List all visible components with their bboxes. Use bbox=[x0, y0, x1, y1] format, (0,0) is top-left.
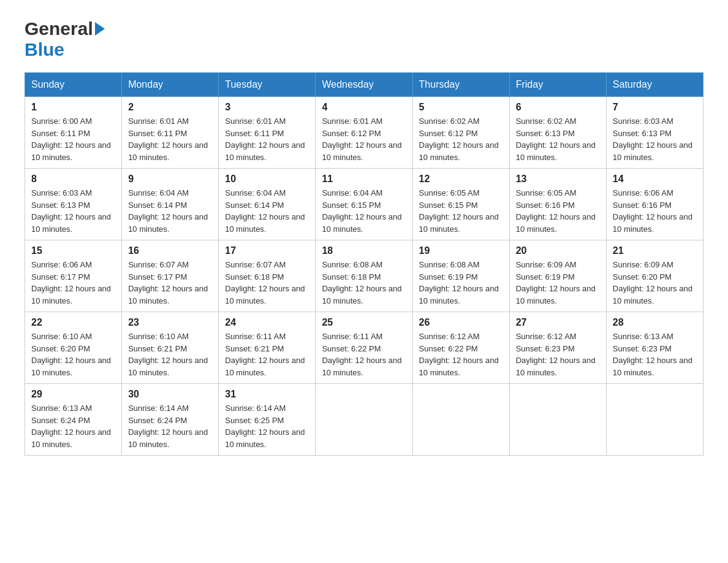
calendar-cell: 3 Sunrise: 6:01 AMSunset: 6:11 PMDayligh… bbox=[219, 97, 316, 169]
day-number: 3 bbox=[225, 102, 309, 113]
calendar-cell: 23 Sunrise: 6:10 AMSunset: 6:21 PMDaylig… bbox=[122, 312, 219, 384]
day-number: 27 bbox=[516, 317, 600, 328]
day-info: Sunrise: 6:10 AMSunset: 6:20 PMDaylight:… bbox=[31, 332, 111, 377]
day-number: 21 bbox=[613, 245, 697, 256]
column-header-tuesday: Tuesday bbox=[219, 73, 316, 97]
day-number: 25 bbox=[322, 317, 406, 328]
calendar-table: SundayMondayTuesdayWednesdayThursdayFrid… bbox=[25, 72, 703, 456]
day-info: Sunrise: 6:01 AMSunset: 6:12 PMDaylight:… bbox=[322, 117, 401, 162]
calendar-cell: 13 Sunrise: 6:05 AMSunset: 6:16 PMDaylig… bbox=[509, 169, 606, 240]
day-info: Sunrise: 6:14 AMSunset: 6:25 PMDaylight:… bbox=[225, 404, 305, 449]
calendar-cell: 22 Sunrise: 6:10 AMSunset: 6:20 PMDaylig… bbox=[25, 312, 122, 384]
calendar-cell: 6 Sunrise: 6:02 AMSunset: 6:13 PMDayligh… bbox=[509, 97, 606, 169]
calendar-header-row: SundayMondayTuesdayWednesdayThursdayFrid… bbox=[25, 73, 703, 97]
day-number: 2 bbox=[128, 102, 212, 113]
calendar-cell: 12 Sunrise: 6:05 AMSunset: 6:15 PMDaylig… bbox=[412, 169, 509, 240]
day-info: Sunrise: 6:08 AMSunset: 6:19 PMDaylight:… bbox=[419, 260, 499, 305]
calendar-cell: 18 Sunrise: 6:08 AMSunset: 6:18 PMDaylig… bbox=[316, 240, 412, 312]
day-number: 8 bbox=[31, 174, 115, 185]
day-number: 13 bbox=[516, 174, 600, 185]
day-number: 9 bbox=[128, 174, 212, 185]
calendar-cell: 9 Sunrise: 6:04 AMSunset: 6:14 PMDayligh… bbox=[122, 169, 219, 240]
calendar-cell: 19 Sunrise: 6:08 AMSunset: 6:19 PMDaylig… bbox=[412, 240, 509, 312]
day-info: Sunrise: 6:06 AMSunset: 6:16 PMDaylight:… bbox=[613, 188, 692, 234]
day-info: Sunrise: 6:05 AMSunset: 6:16 PMDaylight:… bbox=[516, 188, 596, 234]
calendar-cell: 5 Sunrise: 6:02 AMSunset: 6:12 PMDayligh… bbox=[412, 97, 509, 169]
day-number: 23 bbox=[128, 317, 212, 328]
day-number: 15 bbox=[31, 245, 115, 256]
day-info: Sunrise: 6:04 AMSunset: 6:15 PMDaylight:… bbox=[322, 188, 401, 234]
calendar-week-row: 29 Sunrise: 6:13 AMSunset: 6:24 PMDaylig… bbox=[25, 384, 703, 456]
day-info: Sunrise: 6:05 AMSunset: 6:15 PMDaylight:… bbox=[419, 188, 499, 234]
day-number: 16 bbox=[128, 245, 212, 256]
calendar-cell: 17 Sunrise: 6:07 AMSunset: 6:18 PMDaylig… bbox=[219, 240, 316, 312]
calendar-cell: 24 Sunrise: 6:11 AMSunset: 6:21 PMDaylig… bbox=[219, 312, 316, 384]
day-number: 18 bbox=[322, 245, 406, 256]
calendar-cell: 2 Sunrise: 6:01 AMSunset: 6:11 PMDayligh… bbox=[122, 97, 219, 169]
calendar-cell: 14 Sunrise: 6:06 AMSunset: 6:16 PMDaylig… bbox=[606, 169, 703, 240]
calendar-cell: 30 Sunrise: 6:14 AMSunset: 6:24 PMDaylig… bbox=[122, 384, 219, 456]
column-header-saturday: Saturday bbox=[606, 73, 703, 97]
calendar-cell: 11 Sunrise: 6:04 AMSunset: 6:15 PMDaylig… bbox=[316, 169, 412, 240]
calendar-cell bbox=[316, 384, 412, 456]
calendar-cell: 4 Sunrise: 6:01 AMSunset: 6:12 PMDayligh… bbox=[316, 97, 412, 169]
day-info: Sunrise: 6:03 AMSunset: 6:13 PMDaylight:… bbox=[31, 188, 111, 234]
calendar-cell: 31 Sunrise: 6:14 AMSunset: 6:25 PMDaylig… bbox=[219, 384, 316, 456]
day-info: Sunrise: 6:09 AMSunset: 6:20 PMDaylight:… bbox=[613, 260, 692, 305]
calendar-cell: 26 Sunrise: 6:12 AMSunset: 6:22 PMDaylig… bbox=[412, 312, 509, 384]
day-info: Sunrise: 6:09 AMSunset: 6:19 PMDaylight:… bbox=[516, 260, 596, 305]
day-number: 10 bbox=[225, 174, 309, 185]
calendar-cell bbox=[606, 384, 703, 456]
day-info: Sunrise: 6:01 AMSunset: 6:11 PMDaylight:… bbox=[225, 117, 305, 162]
day-info: Sunrise: 6:03 AMSunset: 6:13 PMDaylight:… bbox=[613, 117, 692, 162]
calendar-cell: 20 Sunrise: 6:09 AMSunset: 6:19 PMDaylig… bbox=[509, 240, 606, 312]
day-number: 30 bbox=[128, 389, 212, 400]
day-info: Sunrise: 6:13 AMSunset: 6:24 PMDaylight:… bbox=[31, 404, 111, 449]
day-number: 22 bbox=[31, 317, 115, 328]
day-info: Sunrise: 6:10 AMSunset: 6:21 PMDaylight:… bbox=[128, 332, 208, 377]
day-number: 24 bbox=[225, 317, 309, 328]
calendar-cell: 25 Sunrise: 6:11 AMSunset: 6:22 PMDaylig… bbox=[316, 312, 412, 384]
day-number: 26 bbox=[419, 317, 503, 328]
calendar-cell bbox=[412, 384, 509, 456]
day-number: 12 bbox=[419, 174, 503, 185]
day-number: 11 bbox=[322, 174, 406, 185]
day-info: Sunrise: 6:06 AMSunset: 6:17 PMDaylight:… bbox=[31, 260, 111, 305]
column-header-wednesday: Wednesday bbox=[316, 73, 412, 97]
day-info: Sunrise: 6:04 AMSunset: 6:14 PMDaylight:… bbox=[128, 188, 208, 234]
day-info: Sunrise: 6:11 AMSunset: 6:22 PMDaylight:… bbox=[322, 332, 401, 377]
calendar-cell bbox=[509, 384, 606, 456]
column-header-sunday: Sunday bbox=[25, 73, 122, 97]
calendar-cell: 15 Sunrise: 6:06 AMSunset: 6:17 PMDaylig… bbox=[25, 240, 122, 312]
day-info: Sunrise: 6:12 AMSunset: 6:22 PMDaylight:… bbox=[419, 332, 499, 377]
day-info: Sunrise: 6:13 AMSunset: 6:23 PMDaylight:… bbox=[613, 332, 692, 377]
day-info: Sunrise: 6:08 AMSunset: 6:18 PMDaylight:… bbox=[322, 260, 401, 305]
logo-blue-text: Blue bbox=[25, 39, 64, 60]
day-info: Sunrise: 6:04 AMSunset: 6:14 PMDaylight:… bbox=[225, 188, 305, 234]
column-header-monday: Monday bbox=[122, 73, 219, 97]
calendar-cell: 16 Sunrise: 6:07 AMSunset: 6:17 PMDaylig… bbox=[122, 240, 219, 312]
day-number: 17 bbox=[225, 245, 309, 256]
calendar-week-row: 22 Sunrise: 6:10 AMSunset: 6:20 PMDaylig… bbox=[25, 312, 703, 384]
day-number: 7 bbox=[613, 102, 697, 113]
day-number: 29 bbox=[31, 389, 115, 400]
logo-triangle-icon bbox=[95, 22, 105, 36]
day-number: 20 bbox=[516, 245, 600, 256]
logo: General Blue bbox=[25, 18, 105, 60]
day-number: 14 bbox=[613, 174, 697, 185]
calendar-cell: 27 Sunrise: 6:12 AMSunset: 6:23 PMDaylig… bbox=[509, 312, 606, 384]
day-info: Sunrise: 6:12 AMSunset: 6:23 PMDaylight:… bbox=[516, 332, 596, 377]
day-info: Sunrise: 6:01 AMSunset: 6:11 PMDaylight:… bbox=[128, 117, 208, 162]
day-number: 31 bbox=[225, 389, 309, 400]
day-info: Sunrise: 6:14 AMSunset: 6:24 PMDaylight:… bbox=[128, 404, 208, 449]
calendar-cell: 1 Sunrise: 6:00 AMSunset: 6:11 PMDayligh… bbox=[25, 97, 122, 169]
calendar-week-row: 8 Sunrise: 6:03 AMSunset: 6:13 PMDayligh… bbox=[25, 169, 703, 240]
day-number: 6 bbox=[516, 102, 600, 113]
calendar-cell: 10 Sunrise: 6:04 AMSunset: 6:14 PMDaylig… bbox=[219, 169, 316, 240]
calendar-week-row: 15 Sunrise: 6:06 AMSunset: 6:17 PMDaylig… bbox=[25, 240, 703, 312]
day-info: Sunrise: 6:00 AMSunset: 6:11 PMDaylight:… bbox=[31, 117, 111, 162]
calendar-cell: 21 Sunrise: 6:09 AMSunset: 6:20 PMDaylig… bbox=[606, 240, 703, 312]
page-header: General Blue bbox=[25, 18, 703, 60]
day-number: 5 bbox=[419, 102, 503, 113]
logo-general-text: General bbox=[25, 18, 93, 39]
